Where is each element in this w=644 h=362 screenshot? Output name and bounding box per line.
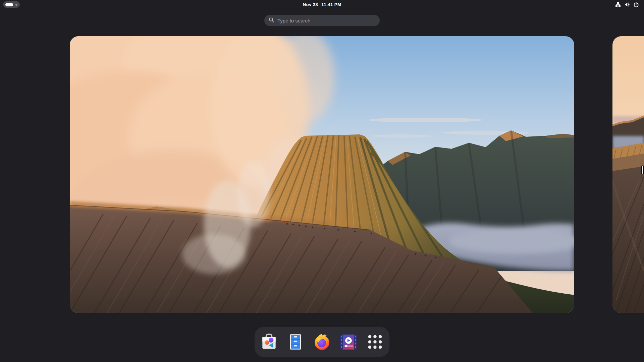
files-icon xyxy=(286,332,305,352)
firefox-icon xyxy=(312,332,332,352)
clock-date: Nov 28 xyxy=(303,2,318,7)
dock-app-videos[interactable] xyxy=(337,331,360,353)
network-wired-icon[interactable] xyxy=(615,2,621,7)
clock-time: 11:41 PM xyxy=(321,2,341,7)
wallpaper-volcano-2 xyxy=(612,36,644,313)
dock-app-firefox[interactable] xyxy=(311,331,333,353)
search-icon xyxy=(269,17,274,24)
search-bar[interactable] xyxy=(264,15,380,26)
videos-icon xyxy=(339,332,358,352)
top-panel: Nov 28 11:41 PM xyxy=(0,0,644,9)
search-input[interactable] xyxy=(277,18,376,23)
software-icon xyxy=(259,332,279,352)
workspace-indicator-pill[interactable] xyxy=(3,1,20,8)
dock-app-show-apps[interactable] xyxy=(364,331,386,353)
ibeam-cursor xyxy=(641,166,644,174)
wallpaper-volcano xyxy=(70,36,574,313)
workspace-dot-indicator[interactable] xyxy=(15,4,17,6)
workspace-thumbnail-1[interactable] xyxy=(70,36,574,313)
volume-icon[interactable] xyxy=(624,2,630,7)
system-status-area[interactable] xyxy=(615,0,639,9)
dash-dock xyxy=(255,327,389,357)
app-grid-icon xyxy=(365,332,385,352)
power-icon[interactable] xyxy=(633,2,639,7)
dock-app-software[interactable] xyxy=(258,331,280,353)
workspace-active-indicator[interactable] xyxy=(5,3,13,6)
workspace-thumbnail-2[interactable] xyxy=(612,36,644,313)
dock-app-files[interactable] xyxy=(284,331,307,353)
clock-button[interactable]: Nov 28 11:41 PM xyxy=(303,0,341,9)
